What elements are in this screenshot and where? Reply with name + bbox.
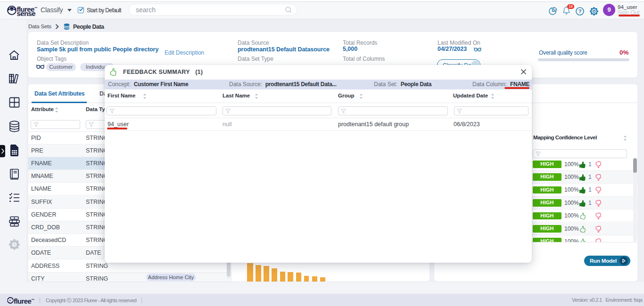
svg-text:?: ?: [578, 8, 582, 14]
